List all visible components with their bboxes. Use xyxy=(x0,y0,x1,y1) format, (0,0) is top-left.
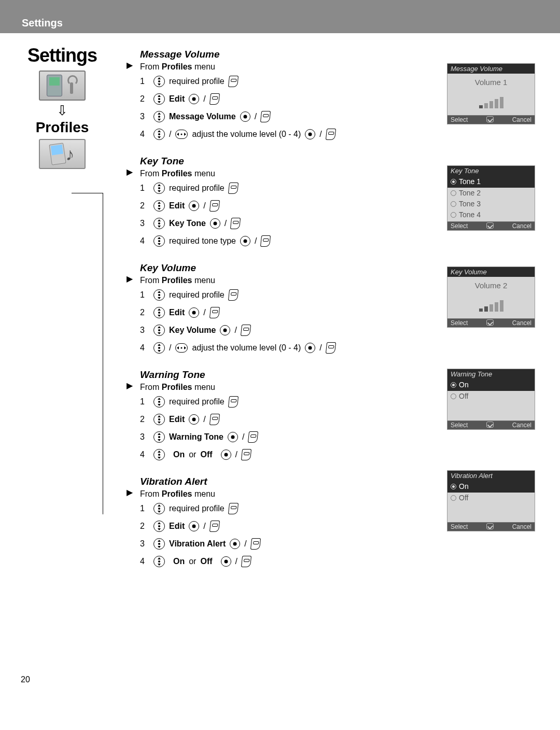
nav-updown-icon xyxy=(153,182,165,194)
center-key-icon xyxy=(189,201,199,211)
nav-updown-icon xyxy=(153,200,165,212)
center-key-icon xyxy=(189,521,199,531)
center-key-icon xyxy=(230,539,240,549)
step: 1 required profile xyxy=(140,502,389,515)
mock-title: Message Volume xyxy=(447,64,535,74)
softkey-icon xyxy=(326,342,336,354)
radio-option: Tone 4 xyxy=(451,209,531,220)
sidebar: Settings ⇩ Profiles ♪ xyxy=(21,45,104,169)
mock-options: OnOff xyxy=(447,481,535,522)
step: 4 / adjust the volume level (0 - 4) / xyxy=(140,341,389,355)
nav-updown-icon xyxy=(153,235,165,247)
radio-option: On xyxy=(447,481,535,493)
step: 3 Warning Tone / xyxy=(140,430,389,444)
settings-icon xyxy=(39,71,86,101)
header-title: Settings xyxy=(22,17,63,29)
mock-footer: Select Cancel xyxy=(447,318,535,327)
volume-bars-icon xyxy=(450,93,533,108)
step: 2 Edit / xyxy=(140,306,389,319)
step: 2 Edit / xyxy=(140,92,389,106)
nav-updown-icon xyxy=(153,503,165,514)
nav-leftright-icon xyxy=(175,343,188,353)
radio-option: On xyxy=(447,379,535,391)
softkey-icon xyxy=(228,289,239,301)
flow-arrow-icon xyxy=(127,274,133,284)
mock-volume-label: Volume 1 xyxy=(450,78,533,87)
mock-message-volume: Message Volume Volume 1 Select Cancel xyxy=(447,63,535,124)
mock-warning-tone: Warning Tone OnOff Select Cancel xyxy=(447,369,535,430)
nav-updown-icon xyxy=(153,111,165,122)
mock-cancel: Cancel xyxy=(512,523,531,530)
center-key-icon xyxy=(220,325,230,335)
softkey-icon xyxy=(241,449,251,460)
softkey-icon xyxy=(209,200,220,212)
flow-arrow-icon xyxy=(127,167,133,177)
radio-option: Off xyxy=(451,493,531,503)
mock-key-tone: Key Tone Tone 1Tone 2Tone 3Tone 4 Select… xyxy=(447,165,535,231)
section: Key VolumeFrom Profiles menu1 required p… xyxy=(140,262,389,355)
center-key-icon xyxy=(305,343,315,353)
mock-select: Select xyxy=(451,116,468,123)
softkey-icon xyxy=(209,414,220,425)
mock-key-volume: Key Volume Volume 2 Select Cancel xyxy=(447,266,535,328)
mock-options: Tone 1Tone 2Tone 3Tone 4 xyxy=(447,176,535,221)
ok-icon xyxy=(486,319,494,326)
step: 4 required tone type / xyxy=(140,234,389,248)
nav-updown-icon xyxy=(153,129,165,140)
mock-title: Key Volume xyxy=(447,267,535,277)
radio-icon xyxy=(451,190,456,196)
softkey-icon xyxy=(209,307,220,318)
volume-bars-icon xyxy=(450,296,533,312)
section-title: Vibration Alert xyxy=(140,476,389,487)
mock-select: Select xyxy=(451,523,468,530)
phone-icon xyxy=(47,75,62,96)
radio-icon xyxy=(451,212,456,218)
from-line: From Profiles menu xyxy=(140,276,389,285)
softkey-icon xyxy=(241,325,251,336)
sidebar-subtitle: Profiles xyxy=(21,119,104,136)
mock-footer: Select Cancel xyxy=(447,115,535,124)
center-key-icon xyxy=(221,556,231,567)
nav-updown-icon xyxy=(153,307,165,318)
radio-icon xyxy=(451,179,456,185)
radio-icon xyxy=(451,484,456,489)
section-title: Key Volume xyxy=(140,262,389,274)
flip-phone-icon xyxy=(49,143,66,165)
softkey-icon xyxy=(228,503,239,514)
radio-icon xyxy=(451,382,456,388)
mock-cancel: Cancel xyxy=(512,422,531,429)
nav-updown-icon xyxy=(153,289,165,301)
from-line: From Profiles menu xyxy=(140,383,389,392)
flow-arrow-icon xyxy=(127,60,133,70)
mock-title: Vibration Alert xyxy=(447,471,535,481)
step: 3 Message Volume / xyxy=(140,110,389,123)
steps-list: 1 required profile 2 Edit / 3 Key Tone /… xyxy=(140,181,389,248)
softkey-icon xyxy=(241,556,251,567)
mock-footer: Select Cancel xyxy=(447,420,535,429)
section-title: Message Volume xyxy=(140,49,389,60)
softkey-icon xyxy=(228,76,239,87)
softkey-icon xyxy=(230,218,241,229)
center-key-icon xyxy=(228,432,238,442)
softkey-icon xyxy=(228,182,239,194)
step: 1 required profile xyxy=(140,181,389,195)
nav-updown-icon xyxy=(153,521,165,532)
step: 3 Key Volume / xyxy=(140,324,389,337)
step: 4 On or Off / xyxy=(140,555,389,568)
wrench-icon xyxy=(64,75,78,96)
softkey-icon xyxy=(250,538,261,550)
mock-select: Select xyxy=(451,319,468,327)
connector-line xyxy=(72,193,103,193)
step: 3 Vibration Alert / xyxy=(140,537,389,551)
mock-footer: Select Cancel xyxy=(447,522,535,531)
nav-updown-icon xyxy=(153,538,165,550)
nav-leftright-icon xyxy=(175,130,188,139)
steps-list: 1 required profile 2 Edit / 3 Message Vo… xyxy=(140,75,389,141)
softkey-icon xyxy=(228,396,239,408)
section: Message VolumeFrom Profiles menu1 requir… xyxy=(140,49,389,141)
section: Key ToneFrom Profiles menu1 required pro… xyxy=(140,156,389,248)
section: Warning ToneFrom Profiles menu1 required… xyxy=(140,369,389,461)
nav-updown-icon xyxy=(153,218,165,229)
page-number: 20 xyxy=(21,675,30,684)
connector-line-vertical xyxy=(103,193,120,514)
